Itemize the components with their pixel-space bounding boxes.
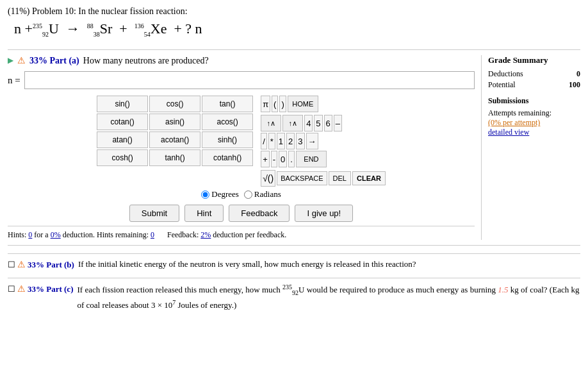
warning-b-icon: ⚠ bbox=[17, 258, 26, 271]
attempts-note[interactable]: (0% per attempt) bbox=[488, 118, 580, 128]
hint-button[interactable]: Hint bbox=[184, 205, 224, 222]
up-arrow2-button[interactable]: ↑∧ bbox=[282, 115, 303, 131]
degrees-label: Degrees bbox=[211, 189, 239, 199]
problem-header-text: (11%) Problem 10: In the nuclear fission… bbox=[8, 6, 188, 16]
checkbox-b: ☐ bbox=[8, 258, 15, 271]
warning-icon: ⚠ bbox=[17, 55, 26, 66]
right-arrow-button[interactable]: → bbox=[306, 133, 318, 149]
part-a-header: ▶ ⚠ 33% Part (a) How many neutrons are p… bbox=[8, 55, 475, 66]
num4-button[interactable]: 4 bbox=[304, 115, 313, 131]
open-paren-button[interactable]: ( bbox=[272, 96, 278, 112]
calculator: sin() cos() tan() cotan() asin() acos() … bbox=[8, 96, 475, 199]
divide-button[interactable]: / bbox=[261, 133, 267, 149]
num3-button[interactable]: 3 bbox=[296, 133, 304, 149]
radians-option[interactable]: Radians bbox=[244, 189, 281, 199]
part-c-label: 33% Part (c) bbox=[28, 283, 73, 296]
num1-button[interactable]: 1 bbox=[277, 133, 285, 149]
del-button[interactable]: DEL bbox=[329, 171, 351, 185]
multiply-button[interactable]: * bbox=[268, 133, 275, 149]
feedback-pct[interactable]: 2% bbox=[200, 230, 211, 239]
part-b-icon: ☐ ⚠ 33% Part (b) bbox=[8, 258, 74, 271]
tanh-button[interactable]: tanh() bbox=[149, 149, 200, 166]
input-label: n = bbox=[8, 75, 20, 86]
submit-button[interactable]: Submit bbox=[129, 205, 179, 222]
atan-button[interactable]: atan() bbox=[97, 131, 148, 148]
num2-button[interactable]: 2 bbox=[286, 133, 295, 149]
backspace-button[interactable]: BACKSPACE bbox=[277, 171, 327, 185]
submissions-section: Submissions Attempts remaining: (0% per … bbox=[488, 96, 580, 137]
part-c-icon: ☐ ⚠ 33% Part (c) bbox=[8, 282, 73, 296]
submissions-title: Submissions bbox=[488, 96, 580, 106]
hints-label: Hints: bbox=[8, 230, 28, 239]
hints-deduction[interactable]: 0% bbox=[51, 230, 61, 239]
sin-button[interactable]: sin() bbox=[97, 96, 148, 112]
tan-button[interactable]: tan() bbox=[202, 96, 253, 112]
sinh-button[interactable]: sinh() bbox=[202, 131, 253, 148]
grade-summary: Grade Summary Deductions 0 Potential 100… bbox=[488, 55, 580, 137]
part-b-question: If the initial kinetic energy of the neu… bbox=[78, 258, 416, 271]
checkbox-c: ☐ bbox=[8, 283, 15, 296]
cotan-button[interactable]: cotan() bbox=[97, 114, 148, 130]
minus-right-button[interactable]: – bbox=[334, 115, 342, 131]
num0-button[interactable]: 0 bbox=[279, 151, 287, 167]
cotanh-button[interactable]: cotanh() bbox=[202, 149, 253, 166]
plus-button[interactable]: + bbox=[261, 151, 270, 167]
deductions-label: Deductions bbox=[488, 69, 523, 79]
feedback-label: Feedback: bbox=[167, 230, 200, 239]
detailed-view-link[interactable]: detailed view bbox=[488, 128, 580, 137]
hints-count[interactable]: 0 bbox=[28, 230, 32, 239]
hints-remaining[interactable]: 0 bbox=[151, 230, 154, 239]
acos-button[interactable]: acos() bbox=[202, 114, 253, 130]
degrees-radio[interactable] bbox=[201, 190, 209, 199]
part-c: ☐ ⚠ 33% Part (c) If each fission reactio… bbox=[8, 278, 580, 316]
function-buttons: sin() cos() tan() cotan() asin() acos() … bbox=[97, 96, 253, 166]
give-up-button[interactable]: I give up! bbox=[295, 205, 353, 222]
grade-title: Grade Summary bbox=[488, 55, 580, 65]
num6-button[interactable]: 6 bbox=[324, 115, 332, 131]
warning-c-icon: ⚠ bbox=[17, 282, 26, 296]
attempts-label: Attempts remaining: bbox=[488, 108, 580, 118]
potential-row: Potential 100 bbox=[488, 80, 580, 90]
deductions-row: Deductions 0 bbox=[488, 69, 580, 79]
play-icon: ▶ bbox=[8, 56, 13, 65]
hints-row: Hints: 0 for a 0% deduction. Hints remai… bbox=[8, 226, 475, 240]
part-a-label: 33% Part (a) bbox=[29, 56, 79, 66]
close-paren-button[interactable]: ) bbox=[279, 96, 286, 112]
feedback-button[interactable]: Feedback bbox=[229, 205, 290, 222]
action-buttons: Submit Hint Feedback I give up! bbox=[8, 205, 475, 222]
part-c-question: If each fission reaction released this m… bbox=[77, 282, 580, 312]
hints-right: Feedback: 2% deduction per feedback. bbox=[167, 230, 286, 240]
minus-button[interactable]: - bbox=[271, 151, 277, 167]
deductions-val: 0 bbox=[576, 69, 580, 79]
input-row: n = bbox=[8, 71, 475, 89]
acotan-button[interactable]: acotan() bbox=[149, 131, 200, 148]
degrees-radians-row: Degrees Radians bbox=[201, 189, 281, 199]
pi-button[interactable]: π bbox=[261, 96, 270, 112]
num5-button[interactable]: 5 bbox=[314, 115, 322, 131]
cos-button[interactable]: cos() bbox=[149, 96, 200, 112]
radians-label: Radians bbox=[254, 189, 281, 199]
hints-left: Hints: 0 for a 0% deduction. Hints remai… bbox=[8, 230, 154, 240]
cosh-button[interactable]: cosh() bbox=[97, 149, 148, 166]
problem-equation: n +23592U → 8838Sr + 13654Xe + ? n bbox=[14, 21, 580, 38]
radians-radio[interactable] bbox=[244, 190, 252, 199]
end-button[interactable]: END bbox=[296, 151, 327, 167]
problem-header: (11%) Problem 10: In the nuclear fission… bbox=[8, 6, 580, 17]
up-arrow-button[interactable]: ↑∧ bbox=[261, 115, 281, 131]
potential-label: Potential bbox=[488, 80, 516, 90]
part-b: ☐ ⚠ 33% Part (b) If the initial kinetic … bbox=[8, 253, 580, 275]
degrees-option[interactable]: Degrees bbox=[201, 189, 239, 199]
part-b-label: 33% Part (b) bbox=[28, 258, 74, 271]
answer-input[interactable] bbox=[24, 71, 475, 89]
sqrt-button[interactable]: √() bbox=[261, 170, 275, 187]
dot-button[interactable]: . bbox=[288, 151, 295, 167]
home-button[interactable]: HOME bbox=[288, 96, 318, 112]
asin-button[interactable]: asin() bbox=[149, 114, 200, 130]
potential-val: 100 bbox=[569, 80, 580, 90]
part-a-question: How many neutrons are produced? bbox=[83, 56, 209, 66]
grade-summary-panel: Grade Summary Deductions 0 Potential 100… bbox=[481, 55, 580, 240]
clear-button[interactable]: CLEAR bbox=[352, 171, 386, 185]
